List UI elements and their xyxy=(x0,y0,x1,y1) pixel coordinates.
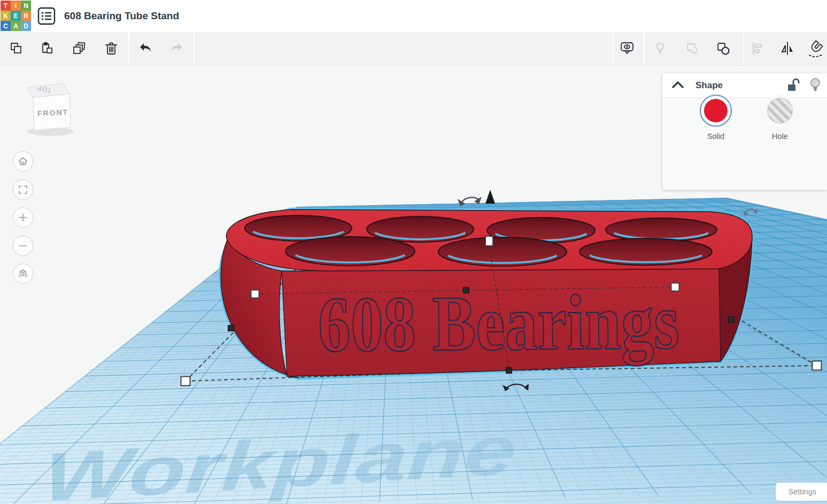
logo-letter: N xyxy=(21,1,31,11)
zoom-in-button[interactable] xyxy=(13,207,33,228)
logo-letter: A xyxy=(11,21,21,31)
view-cube-front-label: FRONT xyxy=(37,107,69,118)
logo-letter: D xyxy=(21,21,31,31)
light-button[interactable] xyxy=(648,32,672,65)
tinkercad-logo[interactable]: TINKERCAD xyxy=(1,1,31,31)
solid-label: Solid xyxy=(684,132,748,141)
hole-pattern-dot xyxy=(767,98,793,123)
raise-handle-cone[interactable] xyxy=(485,190,495,204)
solid-color-dot xyxy=(704,99,728,122)
toolbar xyxy=(0,32,827,66)
edge-handle[interactable] xyxy=(729,317,735,323)
fit-view-button[interactable] xyxy=(13,180,33,200)
undo-button[interactable] xyxy=(134,32,157,65)
group-button[interactable] xyxy=(681,32,704,65)
tube-hole xyxy=(606,218,717,242)
shape-option-hole[interactable]: Hole xyxy=(748,95,812,141)
logo-letter: K xyxy=(1,11,11,21)
title-bar: TINKERCAD 608 Bearing Tube Stand xyxy=(0,0,827,33)
logo-letter: R xyxy=(21,11,31,21)
edge-handle[interactable] xyxy=(463,288,469,293)
perspective-toggle-button[interactable] xyxy=(13,263,33,284)
redo-button[interactable] xyxy=(165,32,188,65)
magnet-button[interactable] xyxy=(805,32,827,65)
home-view-button[interactable] xyxy=(13,151,33,172)
ungroup-button[interactable] xyxy=(712,32,735,65)
shape-option-solid[interactable]: Solid xyxy=(684,95,748,141)
edge-handle[interactable] xyxy=(506,368,512,374)
settings-button[interactable]: Settings xyxy=(776,483,827,501)
unlocked-icon[interactable] xyxy=(786,77,800,94)
shape-inspector-panel: Shape Solid Hole xyxy=(662,73,827,190)
copy-button[interactable] xyxy=(4,32,28,65)
collapse-panel-icon[interactable] xyxy=(671,79,685,91)
edge-handle[interactable] xyxy=(228,325,234,331)
scale-handle[interactable] xyxy=(251,290,259,298)
tube-hole xyxy=(579,238,712,265)
delete-button[interactable] xyxy=(99,32,123,65)
logo-letter: T xyxy=(1,1,11,11)
paste-button[interactable] xyxy=(35,32,59,65)
logo-letter: C xyxy=(1,21,11,31)
show-all-button[interactable] xyxy=(615,32,639,65)
logo-letter: E xyxy=(11,11,21,21)
scale-handle[interactable] xyxy=(181,377,190,386)
hide-shape-bulb-icon[interactable] xyxy=(809,77,822,94)
model-608-bearing-stand[interactable]: 608 Bearings xyxy=(221,210,752,378)
hole-label: Hole xyxy=(748,132,812,141)
zoom-out-button[interactable] xyxy=(13,236,33,256)
document-title[interactable]: 608 Bearing Tube Stand xyxy=(64,0,179,32)
engraved-text: 608 Bearings xyxy=(318,277,679,369)
align-button[interactable] xyxy=(746,32,769,65)
scale-handle[interactable] xyxy=(813,361,822,370)
design-menu-icon[interactable] xyxy=(37,6,56,26)
duplicate-button[interactable] xyxy=(67,32,91,65)
mirror-button[interactable] xyxy=(776,32,799,65)
tinkercad-app: { "header": { "title": "608 Bearing Tube… xyxy=(0,0,827,504)
view-cube[interactable]: TOP FRONT xyxy=(15,77,84,140)
logo-letter: I xyxy=(11,1,21,11)
scale-handle-top[interactable] xyxy=(485,236,493,246)
scale-handle[interactable] xyxy=(671,283,679,291)
tube-hole xyxy=(285,237,415,266)
tube-hole xyxy=(438,237,567,266)
